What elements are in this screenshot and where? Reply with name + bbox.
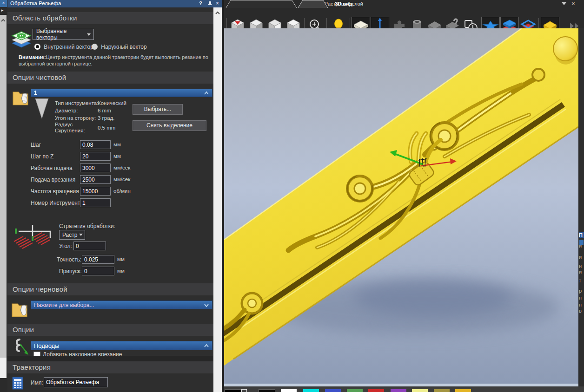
expand-down-icon[interactable] <box>204 303 209 307</box>
tool-group-bar[interactable]: 1 <box>31 89 212 97</box>
leads-bar[interactable]: Подводы <box>31 341 212 350</box>
param-input-plunge[interactable] <box>80 175 111 184</box>
collapse-up-icon[interactable] <box>204 91 209 95</box>
canvas-3d[interactable] <box>224 28 578 384</box>
param-unit-plunge: мм/сек <box>113 176 130 182</box>
param-input-feed[interactable] <box>80 163 111 172</box>
tolerance-input[interactable] <box>82 255 114 264</box>
view-toolbar <box>224 8 584 28</box>
tool-info-value-radius: 0.5 mm <box>98 125 115 131</box>
radio-outer-vector[interactable]: Наружный вектор <box>92 44 147 50</box>
dropdown-arrow-icon <box>87 33 91 36</box>
rail-expand-button[interactable]: ► <box>0 7 7 14</box>
docked-label: и <box>579 254 584 260</box>
param-label-spindle: Частота вращения <box>31 188 79 195</box>
param-input-stepz[interactable] <box>80 152 111 161</box>
toolpath-name-icon <box>12 377 24 391</box>
tool-info-value-diameter: 6 mm <box>98 108 111 113</box>
section-header-area: Область обработки <box>7 12 218 24</box>
vector-source-dropdown[interactable]: Выбранные векторы <box>33 29 94 40</box>
radio-outer-label: Наружный вектор <box>101 44 146 50</box>
param-input-spindle[interactable] <box>80 187 111 196</box>
view-tab-3d[interactable]: 3D вид <box>298 0 328 8</box>
docked-label: и <box>579 243 584 249</box>
param-input-step[interactable] <box>80 140 111 149</box>
strategy-dropdown-arrow <box>79 234 83 236</box>
toolpath-name-input[interactable] <box>44 377 108 387</box>
section-header-toolpath: Траектория <box>7 361 218 373</box>
param-label-step: Шаг <box>31 142 41 148</box>
radio-selected-icon[interactable] <box>34 44 40 50</box>
palette-swatch[interactable] <box>368 389 384 392</box>
rail-close-button[interactable]: × <box>0 0 7 7</box>
ramp-checkbox[interactable] <box>33 352 40 356</box>
section-header-roughing: Опции черновой <box>7 283 218 295</box>
palette-swatch[interactable] <box>303 389 319 392</box>
docked-label: т <box>579 278 584 284</box>
allowance-input[interactable] <box>82 267 114 275</box>
palette-swatch[interactable] <box>412 389 428 392</box>
palette-swatch[interactable] <box>325 389 341 392</box>
param-label-stepz: Шаг по Z <box>31 153 53 160</box>
warning-text: Внимание:Центр инструмента данной траект… <box>19 54 210 67</box>
palette-swatch[interactable] <box>347 389 363 392</box>
palette-strip <box>224 386 584 392</box>
tool-info-label-type: Тип инструмента: <box>55 100 98 106</box>
viewport-close-button[interactable]: × <box>571 0 575 7</box>
tool-profile-preview <box>34 97 50 122</box>
panel-close-button[interactable]: × <box>216 0 219 7</box>
section-header-finishing: Опции чистовой <box>7 72 218 84</box>
relief-scene <box>224 28 578 384</box>
select-tool-button[interactable]: Выбрать... <box>133 104 183 115</box>
panel-title: Обработка Рельефа <box>10 0 61 6</box>
docked-label: п <box>579 295 584 301</box>
panel-title-bar[interactable]: Обработка Рельефа ? × <box>7 0 222 7</box>
docked-label: в <box>579 308 584 314</box>
ramp-checkbox-row[interactable]: Добавить наклонное врезание <box>31 351 212 356</box>
param-unit-stepz: мм <box>113 153 121 159</box>
panel-scrollbar[interactable] <box>213 7 222 392</box>
scroll-up-button[interactable] <box>215 11 220 15</box>
tool-info-label-diameter: Диаметр: <box>55 108 78 113</box>
rail-scroll-track[interactable] <box>0 15 7 358</box>
warning-bold: Внимание: <box>19 54 46 60</box>
tab-menu-arrow-icon[interactable] <box>562 2 566 5</box>
tool-info-value-type: Конический <box>98 100 126 106</box>
tool-info-label-angle: Угол на сторону: <box>55 115 96 121</box>
radio-inner-label: Внутренний вектор <box>44 44 93 50</box>
rail-scroll-up-icon[interactable] <box>1 19 6 22</box>
section-header-options: Опции <box>7 324 218 336</box>
tool-info-value-angle: 3 град. <box>98 115 114 121</box>
palette-swatch[interactable] <box>225 389 241 392</box>
radio-unselected-icon[interactable] <box>92 44 98 50</box>
palette-swatch[interactable] <box>455 389 471 392</box>
radio-inner-vector[interactable]: Внутренний вектор <box>34 44 93 50</box>
leads-icon <box>12 338 31 358</box>
param-unit-spindle: об/мин <box>113 188 131 194</box>
palette-swatch[interactable] <box>391 389 406 392</box>
raster-strategy-icon <box>11 222 56 256</box>
help-button[interactable]: ? <box>199 0 202 6</box>
vector-source-value: Выбранные векторы <box>36 28 87 41</box>
roughing-select-bar[interactable]: Нажмите для выбора... <box>31 301 212 309</box>
view-tab-2d[interactable]: 2D Вид - Растровый слой <box>226 0 297 8</box>
leads-collapse-icon[interactable] <box>204 344 209 348</box>
angle-input[interactable] <box>73 242 106 250</box>
palette-swatch[interactable] <box>259 389 275 392</box>
rough-tool-folder-icon <box>11 299 30 320</box>
param-input-toolnum[interactable] <box>80 198 111 207</box>
strategy-value: Растр <box>62 232 77 238</box>
tool-folder-icon <box>12 87 31 108</box>
pin-icon[interactable] <box>207 1 212 7</box>
tool-info-label-radius: Радиус Скругления: <box>55 122 88 134</box>
palette-swatch[interactable] <box>281 389 297 392</box>
param-label-toolnum: Номер Инструмента <box>31 200 83 206</box>
strategy-dropdown[interactable]: Растр <box>59 230 85 240</box>
machining-panel: Обработка Рельефа ? × Область обработки … <box>7 0 222 392</box>
warning-line2: выбранной векторной границе. <box>19 61 93 66</box>
viewport-area: 2D Вид - Растровый слой 3D вид × <box>224 0 584 392</box>
palette-link-icon[interactable] <box>241 389 247 392</box>
toolpath-name-label: Имя: <box>31 379 43 386</box>
palette-swatch[interactable] <box>434 389 450 392</box>
deselect-button[interactable]: Снять выделение <box>133 120 206 131</box>
